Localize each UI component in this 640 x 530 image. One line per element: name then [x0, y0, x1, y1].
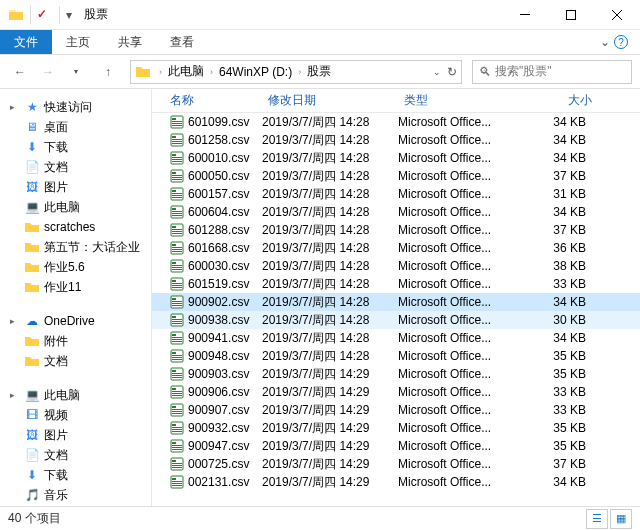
maximize-button[interactable]: [548, 0, 594, 30]
csv-icon: [170, 475, 184, 489]
file-type: Microsoft Office...: [398, 349, 528, 363]
ribbon-help[interactable]: ⌄ ?: [588, 30, 640, 54]
file-row[interactable]: 002131.csv 2019/3/7/周四 14:29 Microsoft O…: [152, 473, 640, 491]
file-type: Microsoft Office...: [398, 403, 528, 417]
tree-item[interactable]: 🖥桌面: [6, 117, 151, 137]
tree-item[interactable]: 📄文档: [6, 445, 151, 465]
column-headers[interactable]: 名称 修改日期 类型 大小: [152, 89, 640, 113]
csv-icon: [170, 223, 184, 237]
file-row[interactable]: 600050.csv 2019/3/7/周四 14:28 Microsoft O…: [152, 167, 640, 185]
col-name[interactable]: 名称: [152, 92, 262, 109]
file-name: 600604.csv: [188, 205, 249, 219]
file-row[interactable]: 601668.csv 2019/3/7/周四 14:28 Microsoft O…: [152, 239, 640, 257]
crumb-drive[interactable]: 64WinXP (D:): [217, 65, 294, 79]
svg-rect-63: [172, 334, 176, 336]
crumb-this-pc[interactable]: 此电脑: [166, 63, 206, 80]
file-size: 38 KB: [528, 259, 598, 273]
forward-button[interactable]: →: [36, 60, 60, 84]
tree-item[interactable]: ⬇下载: [6, 137, 151, 157]
file-row[interactable]: 600604.csv 2019/3/7/周四 14:28 Microsoft O…: [152, 203, 640, 221]
svg-rect-85: [172, 411, 182, 412]
back-button[interactable]: ←: [8, 60, 32, 84]
crumb-folder[interactable]: 股票: [305, 63, 333, 80]
minimize-button[interactable]: [502, 0, 548, 30]
file-date: 2019/3/7/周四 14:28: [262, 240, 398, 257]
tree-root[interactable]: ▸★快速访问: [6, 97, 151, 117]
file-rows[interactable]: 601099.csv 2019/3/7/周四 14:28 Microsoft O…: [152, 113, 640, 506]
tree-item[interactable]: 文档: [6, 351, 151, 371]
tree-item[interactable]: 第五节：大话企业: [6, 237, 151, 257]
file-size: 35 KB: [528, 421, 598, 435]
refresh-button[interactable]: ↻: [447, 65, 457, 79]
file-row[interactable]: 600030.csv 2019/3/7/周四 14:28 Microsoft O…: [152, 257, 640, 275]
svg-rect-51: [172, 287, 182, 288]
csv-icon: [170, 295, 184, 309]
tree-item[interactable]: 🎞视频: [6, 405, 151, 425]
file-row[interactable]: 601288.csv 2019/3/7/周四 14:28 Microsoft O…: [152, 221, 640, 239]
status-bar: 40 个项目 ☰ ▦: [0, 506, 640, 530]
tree-label: 下载: [44, 139, 68, 156]
tab-file[interactable]: 文件: [0, 30, 52, 54]
tree-label: 文档: [44, 353, 68, 370]
tree-item[interactable]: 📄文档: [6, 157, 151, 177]
file-row[interactable]: 900948.csv 2019/3/7/周四 14:28 Microsoft O…: [152, 347, 640, 365]
file-size: 36 KB: [528, 241, 598, 255]
tree-item[interactable]: 🖼图片: [6, 177, 151, 197]
tab-view[interactable]: 查看: [156, 30, 208, 54]
col-size[interactable]: 大小: [528, 92, 598, 109]
col-date[interactable]: 修改日期: [262, 92, 398, 109]
file-row[interactable]: 900932.csv 2019/3/7/周四 14:29 Microsoft O…: [152, 419, 640, 437]
checkmark-icon[interactable]: ✓: [37, 7, 53, 23]
tree-item[interactable]: 🖼图片: [6, 425, 151, 445]
tab-share[interactable]: 共享: [104, 30, 156, 54]
file-row[interactable]: 600157.csv 2019/3/7/周四 14:28 Microsoft O…: [152, 185, 640, 203]
file-row[interactable]: 900941.csv 2019/3/7/周四 14:28 Microsoft O…: [152, 329, 640, 347]
svg-rect-100: [172, 465, 182, 466]
qat-dropdown[interactable]: ▾: [66, 8, 72, 22]
file-row[interactable]: 000725.csv 2019/3/7/周四 14:29 Microsoft O…: [152, 455, 640, 473]
icons-view-button[interactable]: ▦: [610, 509, 632, 529]
address-bar[interactable]: › 此电脑 › 64WinXP (D:) › 股票 ⌄ ↻: [130, 60, 462, 84]
tree-item[interactable]: 作业11: [6, 277, 151, 297]
file-row[interactable]: 900907.csv 2019/3/7/周四 14:29 Microsoft O…: [152, 401, 640, 419]
file-row[interactable]: 601258.csv 2019/3/7/周四 14:28 Microsoft O…: [152, 131, 640, 149]
col-type[interactable]: 类型: [398, 92, 528, 109]
up-button[interactable]: ↑: [96, 60, 120, 84]
file-row[interactable]: 900906.csv 2019/3/7/周四 14:29 Microsoft O…: [152, 383, 640, 401]
csv-icon: [170, 349, 184, 363]
tree-item[interactable]: ⬇下载: [6, 465, 151, 485]
tree-root[interactable]: ▸💻此电脑: [6, 385, 151, 405]
tree-item[interactable]: scratches: [6, 217, 151, 237]
file-row[interactable]: 900947.csv 2019/3/7/周四 14:29 Microsoft O…: [152, 437, 640, 455]
tree-item[interactable]: 🎵音乐: [6, 485, 151, 505]
history-dropdown[interactable]: ▾: [64, 60, 88, 84]
svg-rect-15: [172, 159, 182, 160]
close-button[interactable]: [594, 0, 640, 30]
file-row[interactable]: 601519.csv 2019/3/7/周四 14:28 Microsoft O…: [152, 275, 640, 293]
svg-rect-94: [172, 445, 182, 446]
tree-item[interactable]: 附件: [6, 331, 151, 351]
file-size: 37 KB: [528, 457, 598, 471]
svg-rect-41: [172, 251, 182, 252]
file-date: 2019/3/7/周四 14:28: [262, 348, 398, 365]
file-row[interactable]: 900903.csv 2019/3/7/周四 14:29 Microsoft O…: [152, 365, 640, 383]
search-input[interactable]: 🔍︎ 搜索"股票": [472, 60, 632, 84]
tree-root[interactable]: ▸☁OneDrive: [6, 311, 151, 331]
tab-home[interactable]: 主页: [52, 30, 104, 54]
tree-item[interactable]: 💻此电脑: [6, 197, 151, 217]
folder-icon: [24, 353, 40, 369]
tree-item[interactable]: 作业5.6: [6, 257, 151, 277]
details-view-button[interactable]: ☰: [586, 509, 608, 529]
address-dropdown[interactable]: ⌄: [433, 67, 441, 77]
file-row[interactable]: 900902.csv 2019/3/7/周四 14:28 Microsoft O…: [152, 293, 640, 311]
csv-icon: [170, 169, 184, 183]
file-row[interactable]: 600010.csv 2019/3/7/周四 14:28 Microsoft O…: [152, 149, 640, 167]
csv-icon: [170, 259, 184, 273]
file-row[interactable]: 900938.csv 2019/3/7/周四 14:28 Microsoft O…: [152, 311, 640, 329]
tree-label: 此电脑: [44, 387, 80, 404]
file-type: Microsoft Office...: [398, 367, 528, 381]
file-type: Microsoft Office...: [398, 421, 528, 435]
divider: [30, 6, 31, 24]
file-row[interactable]: 601099.csv 2019/3/7/周四 14:28 Microsoft O…: [152, 113, 640, 131]
nav-tree[interactable]: ▸★快速访问🖥桌面⬇下载📄文档🖼图片💻此电脑scratches第五节：大话企业作…: [0, 89, 152, 506]
